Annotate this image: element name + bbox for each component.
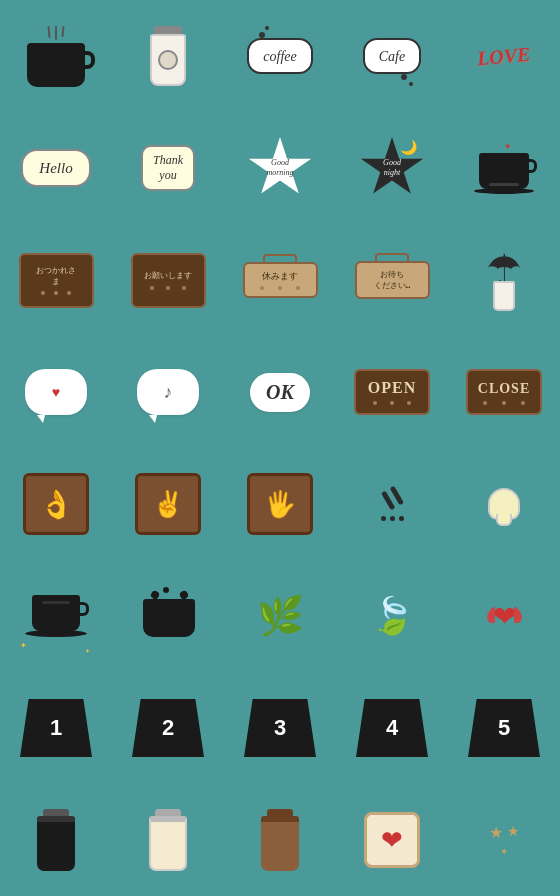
thank-text2: you <box>153 168 183 183</box>
leaf-emoji: 🍃 <box>370 595 415 637</box>
cell-cup-3: 3 <box>224 672 336 784</box>
cell-stars: ★ ★ ✦ <box>448 784 560 896</box>
cell-bubble-ok: OK <box>224 336 336 448</box>
close-text: CLOSE <box>478 381 530 396</box>
cell-heart-box: ❤ <box>336 784 448 896</box>
cell-hand-ok: 👌 <box>0 448 112 560</box>
cell-umbrella-cup: ☂ <box>448 224 560 336</box>
cell-hot-coffee <box>0 0 112 112</box>
cell-night-cup: ~ ♥ <box>448 112 560 224</box>
cell-close-board: CLOSE <box>448 336 560 448</box>
cell-good-morning: Goodmorning <box>224 112 336 224</box>
cell-plant-branch: 🌿 <box>224 560 336 672</box>
cell-hand-peace: ✌ <box>112 448 224 560</box>
cell-dots-pattern <box>336 448 448 560</box>
cell-black-cup-splash <box>112 560 224 672</box>
cell-black-cup-saucer: ✦ ✦ <box>0 560 112 672</box>
cell-takeout-cup <box>112 0 224 112</box>
cafe-text: Cafe <box>379 49 405 64</box>
cell-jp-yasumi: 休みます <box>224 224 336 336</box>
cell-jp-omachi: お待ちください… <box>336 224 448 336</box>
thank-text1: Thank <box>153 153 183 168</box>
cell-lightbulb <box>448 448 560 560</box>
cell-heart-wings: ❤ <box>448 560 560 672</box>
cell-cup-1: 1 <box>0 672 112 784</box>
cell-coffee-speech: coffee <box>224 0 336 112</box>
cell-bubble-music: ♪ <box>112 336 224 448</box>
cell-takeout-brown <box>224 784 336 896</box>
jp-board-onegai: お願いします <box>131 253 206 308</box>
cell-cafe-speech: Cafe <box>336 0 448 112</box>
plant-emoji: 🌿 <box>257 594 304 638</box>
jp-board-otsukaresama: おつかれさ ま <box>19 253 94 308</box>
cell-jp-onegai: お願いします <box>112 224 224 336</box>
cell-thankyou: Thank you <box>112 112 224 224</box>
cell-leaf: 🍃 <box>336 560 448 672</box>
hello-text: Hello <box>39 160 72 176</box>
cell-hello: Hello <box>0 112 112 224</box>
cell-open-board: OPEN <box>336 336 448 448</box>
cell-hand-wave: 🖐 <box>224 448 336 560</box>
cell-cup-5: 5 <box>448 672 560 784</box>
love-text: LOVE <box>476 42 531 70</box>
cell-bubble-heart: ♥ <box>0 336 112 448</box>
cell-takeout-cream <box>112 784 224 896</box>
cell-takeout-black <box>0 784 112 896</box>
coffee-text: coffee <box>263 49 296 64</box>
cell-jp-otsukaresama: おつかれさ ま <box>0 224 112 336</box>
jp-board-omachi: お待ちください… <box>355 261 430 299</box>
open-text: OPEN <box>368 379 416 396</box>
cell-cup-4: 4 <box>336 672 448 784</box>
cell-love: LOVE <box>448 0 560 112</box>
emoji-grid: coffee Cafe LOVE Hello Thank you Good <box>0 0 560 896</box>
cell-cup-2: 2 <box>112 672 224 784</box>
ok-text: OK <box>266 381 294 403</box>
cell-good-night: 🌙 Goodnight <box>336 112 448 224</box>
jp-board-yasumi: 休みます <box>243 262 318 299</box>
